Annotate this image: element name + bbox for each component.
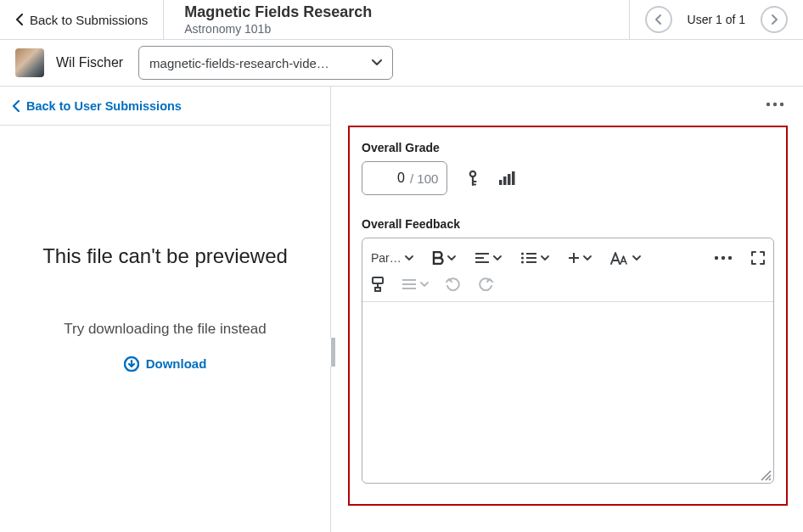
assignment-title: Magnetic Fields Research bbox=[184, 3, 608, 21]
resize-handle[interactable] bbox=[758, 468, 772, 481]
svg-point-15 bbox=[521, 260, 524, 263]
paragraph-style-dropdown[interactable]: Par… bbox=[371, 251, 413, 265]
chevron-left-icon bbox=[12, 100, 20, 112]
grade-input[interactable] bbox=[362, 171, 410, 186]
back-to-user-submissions-link[interactable]: Back to User Submissions bbox=[0, 87, 330, 126]
svg-line-28 bbox=[769, 479, 771, 480]
chevron-down-icon bbox=[372, 59, 382, 66]
svg-point-13 bbox=[521, 256, 524, 259]
line-spacing-button[interactable] bbox=[402, 278, 429, 290]
back-to-submissions-label: Back to Submissions bbox=[30, 13, 148, 27]
back-to-user-submissions-label: Back to User Submissions bbox=[26, 99, 182, 113]
more-actions-button[interactable] bbox=[762, 100, 788, 120]
prev-user-button[interactable] bbox=[645, 6, 672, 33]
grade-key-icon[interactable] bbox=[466, 170, 480, 187]
svg-point-11 bbox=[521, 252, 524, 255]
font-button[interactable] bbox=[610, 251, 641, 265]
undo-button[interactable] bbox=[446, 277, 461, 291]
list-button[interactable] bbox=[520, 252, 549, 264]
download-icon bbox=[124, 356, 139, 372]
overall-grade-label: Overall Grade bbox=[362, 141, 774, 154]
preview-area: This file can't be previewed Try downloa… bbox=[0, 126, 330, 532]
grading-panel: Overall Grade / 100 bbox=[348, 126, 788, 506]
student-avatar[interactable] bbox=[15, 48, 44, 77]
student-name: Wil Fischer bbox=[56, 55, 123, 70]
file-select-label: magnetic-fields-research-vide… bbox=[149, 56, 329, 70]
bold-button[interactable] bbox=[432, 251, 456, 265]
next-user-button[interactable] bbox=[761, 6, 788, 33]
paragraph-style-label: Par… bbox=[371, 251, 402, 265]
align-button[interactable] bbox=[474, 252, 502, 264]
svg-point-20 bbox=[722, 256, 725, 260]
svg-point-21 bbox=[728, 256, 732, 260]
svg-rect-22 bbox=[373, 277, 383, 283]
fullscreen-button[interactable] bbox=[751, 251, 765, 265]
back-to-submissions-link[interactable]: Back to Submissions bbox=[0, 0, 164, 39]
svg-rect-5 bbox=[503, 176, 507, 185]
feedback-textarea[interactable] bbox=[362, 302, 773, 483]
editor-toolbar: Par… bbox=[362, 238, 773, 302]
grade-max: / 100 bbox=[410, 171, 438, 186]
grade-input-box: / 100 bbox=[362, 161, 447, 195]
more-toolbar-button[interactable] bbox=[714, 255, 733, 260]
svg-point-3 bbox=[470, 171, 475, 176]
chevron-left-icon bbox=[15, 14, 23, 25]
svg-point-0 bbox=[766, 103, 770, 106]
preview-unavailable-message: This file can't be previewed bbox=[42, 244, 288, 268]
assignment-title-block: Magnetic Fields Research Astronomy 101b bbox=[164, 0, 629, 39]
svg-rect-4 bbox=[499, 180, 503, 185]
svg-point-1 bbox=[773, 103, 777, 106]
download-label: Download bbox=[146, 356, 207, 371]
statistics-icon[interactable] bbox=[498, 171, 515, 186]
user-counter: User 1 of 1 bbox=[688, 13, 745, 26]
course-name: Astronomy 101b bbox=[184, 22, 608, 36]
preview-hint: Try downloading the file instead bbox=[64, 321, 266, 338]
svg-point-19 bbox=[715, 256, 718, 260]
svg-rect-6 bbox=[508, 174, 511, 185]
svg-rect-7 bbox=[512, 171, 515, 185]
feedback-editor: Par… bbox=[362, 238, 774, 484]
insert-button[interactable] bbox=[568, 252, 592, 264]
redo-button[interactable] bbox=[478, 277, 493, 291]
format-painter-button[interactable] bbox=[371, 277, 385, 292]
overall-feedback-label: Overall Feedback bbox=[362, 217, 774, 231]
download-button[interactable]: Download bbox=[124, 356, 207, 372]
file-select-dropdown[interactable]: magnetic-fields-research-vide… bbox=[138, 46, 393, 80]
user-nav: User 1 of 1 bbox=[630, 0, 803, 39]
svg-line-26 bbox=[761, 471, 771, 480]
svg-point-2 bbox=[780, 103, 783, 106]
